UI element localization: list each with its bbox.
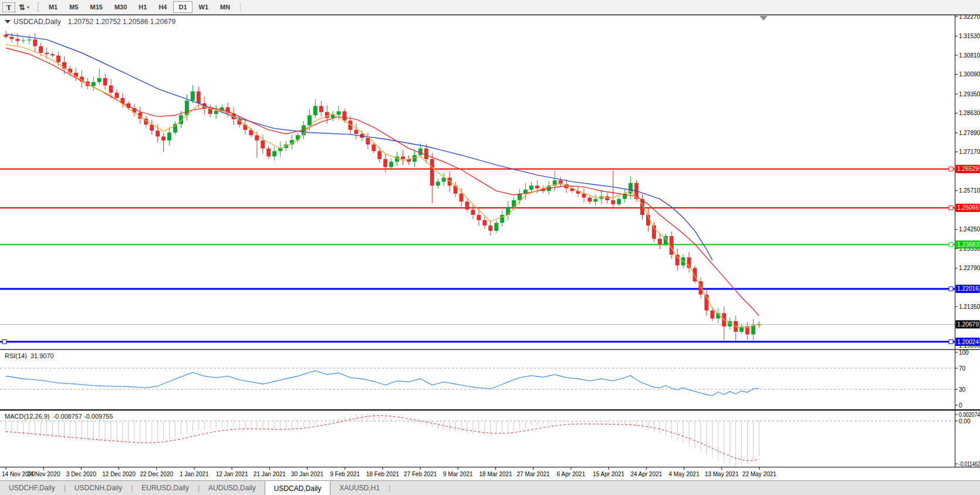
- candle-body: [103, 78, 107, 86]
- candle-body: [39, 46, 43, 53]
- candle-body: [371, 144, 376, 151]
- candle-body: [512, 200, 516, 207]
- candle-body: [156, 131, 160, 137]
- candle-body: [436, 181, 440, 186]
- chevron-down-icon: ▾: [27, 5, 29, 10]
- cursor-tools-button[interactable]: ⇅ ▾: [19, 3, 29, 12]
- candle-body: [173, 124, 177, 132]
- candle-body: [343, 112, 347, 121]
- candle-body: [687, 257, 691, 268]
- toolbar-grip: [38, 2, 39, 12]
- candle-body: [272, 151, 276, 156]
- candle-body: [710, 311, 714, 319]
- macd-label: MACD(12,26,9)-0.008757 -0.009755: [5, 413, 113, 420]
- candle-body: [15, 39, 19, 41]
- candle-body: [582, 194, 586, 198]
- candle-body: [56, 56, 60, 62]
- timeframe-button-h1[interactable]: H1: [133, 1, 152, 13]
- chart-plot-area[interactable]: [0, 15, 955, 349]
- candle-body: [191, 92, 195, 101]
- hline-handle-left[interactable]: [2, 340, 6, 344]
- price-axis-area[interactable]: [955, 15, 980, 467]
- tab-eurusd-daily[interactable]: EURUSD,Daily: [133, 481, 198, 495]
- candle-body: [383, 159, 387, 167]
- candle-body: [337, 112, 341, 115]
- candle-body: [430, 159, 434, 186]
- text-tool-button[interactable]: T: [2, 2, 15, 12]
- candle-body: [366, 138, 370, 144]
- hline-handle-right[interactable]: [949, 206, 953, 210]
- candle-body: [605, 196, 609, 200]
- tab-usdcnh-daily[interactable]: USDCNH,Daily: [66, 481, 131, 495]
- candle-body: [471, 210, 475, 215]
- candle-body: [675, 255, 680, 265]
- candle-body: [167, 133, 171, 141]
- tab-usdchf-daily[interactable]: USDCHF,Daily: [0, 481, 64, 495]
- candle-body: [27, 39, 31, 40]
- candle-body: [389, 161, 393, 167]
- timeframe-button-d1[interactable]: D1: [173, 1, 192, 13]
- candle-body: [21, 41, 25, 41]
- candle-body: [377, 151, 381, 159]
- candle-body: [477, 215, 481, 220]
- candle-body: [593, 199, 597, 202]
- candle-body: [313, 106, 317, 115]
- candle-body: [465, 201, 469, 210]
- timeframe-button-w1[interactable]: W1: [194, 1, 214, 13]
- candle-body: [588, 198, 592, 202]
- candle-body: [319, 106, 323, 112]
- timeframe-button-m15[interactable]: M15: [85, 1, 108, 13]
- tab-xauusd-h1[interactable]: XAUUSD,H1: [330, 481, 388, 495]
- timeframe-button-m5[interactable]: M5: [64, 1, 83, 13]
- candle-body: [33, 39, 37, 46]
- candle-body: [459, 194, 464, 202]
- top-toolbar: T ⇅ ▾ M1M5M15M30H1H4D1W1MN: [0, 0, 980, 15]
- candle-body: [208, 109, 212, 114]
- rsi-panel-border: [0, 349, 980, 351]
- candle-body: [92, 82, 96, 86]
- hline-handle-right[interactable]: [949, 243, 953, 247]
- candle-body: [611, 200, 615, 204]
- candle-body: [500, 215, 504, 223]
- candle-body: [197, 92, 201, 103]
- macd-panel-border: [0, 409, 980, 410]
- timeframe-button-m30[interactable]: M30: [109, 1, 132, 13]
- candle-body: [418, 149, 423, 155]
- candle-body: [494, 223, 498, 231]
- tab-separator: |: [388, 481, 390, 495]
- hline-handle-right[interactable]: [949, 287, 953, 291]
- timeframe-button-mn[interactable]: MN: [215, 1, 235, 13]
- chart-canvas[interactable]: 1.322701.315301.308101.300901.293501.286…: [0, 15, 980, 480]
- hline-handle-right[interactable]: [949, 340, 953, 344]
- timeframe-button-m1[interactable]: M1: [43, 1, 63, 13]
- candle-body: [150, 124, 154, 130]
- candle-body: [535, 186, 539, 188]
- candle-body: [529, 186, 533, 190]
- symbol-tab-bar: USDCHF,Daily|USDCNH,Daily|EURUSD,Daily|A…: [0, 480, 980, 495]
- chart-title: USDCAD,Daily1.20752 1.20752 1.20586 1.20…: [13, 18, 176, 26]
- hline-handle-right[interactable]: [949, 167, 953, 171]
- candle-body: [109, 86, 113, 93]
- candle-body: [185, 100, 189, 115]
- candle-body: [482, 220, 486, 225]
- candle-body: [617, 199, 621, 204]
- candle-body: [50, 54, 55, 55]
- candle-body: [307, 115, 312, 125]
- tab-usdcad-daily[interactable]: USDCAD,Daily: [265, 481, 331, 495]
- candle-body: [45, 53, 49, 54]
- time-axis-area[interactable]: [0, 467, 955, 480]
- candle-body: [261, 140, 265, 149]
- candle-body: [161, 136, 165, 140]
- cursor-arrows-icon: ⇅: [19, 3, 25, 12]
- candle-body: [97, 78, 102, 82]
- candle-body: [115, 93, 119, 98]
- candle-body: [658, 239, 662, 244]
- tab-audusd-daily[interactable]: AUDUSD,Daily: [200, 481, 265, 495]
- timeframe-button-h4[interactable]: H4: [153, 1, 172, 13]
- candle-body: [266, 149, 271, 157]
- candle-body: [9, 37, 13, 39]
- candle-body: [488, 225, 492, 231]
- candle-body: [354, 130, 359, 134]
- candle-body: [214, 111, 218, 114]
- toolbar-separator: [240, 2, 241, 12]
